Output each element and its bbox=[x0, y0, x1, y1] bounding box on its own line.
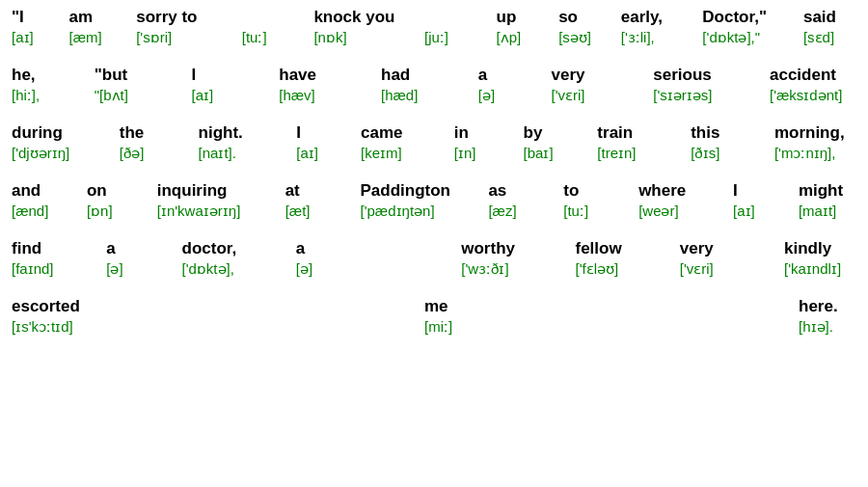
word-text: knock you bbox=[313, 8, 424, 27]
word-text: here. bbox=[799, 297, 856, 316]
word-phonetic: [hiː], bbox=[12, 87, 95, 104]
word-phonetic: ['vɛri] bbox=[552, 87, 654, 104]
word-phonetic: [ə] bbox=[478, 87, 552, 104]
word-phonetic: [keɪm] bbox=[361, 145, 454, 162]
word-phonetic: [æz] bbox=[488, 203, 563, 220]
word-phonetic: ['fɛləʊ] bbox=[576, 260, 680, 278]
word-phonetic: [æm] bbox=[69, 29, 137, 46]
word-text: accident bbox=[770, 66, 856, 85]
word-phonetic bbox=[371, 260, 461, 278]
word-phonetic: ['ɜːli], bbox=[621, 29, 703, 46]
word-phonetic: ['djʊərɪŋ] bbox=[12, 145, 120, 162]
text-block-5: findadoctor,aworthyfellowverykindly[faɪn… bbox=[12, 239, 856, 278]
word-text: I bbox=[296, 123, 361, 143]
word-phonetic: [nɒk] bbox=[313, 29, 424, 46]
word-phonetic: [ɪn'kwaɪərɪŋ] bbox=[157, 203, 285, 220]
word-phonetic: [ə] bbox=[296, 260, 371, 278]
word-text: me bbox=[424, 297, 799, 316]
word-text: "but bbox=[95, 66, 192, 85]
word-text: I bbox=[733, 181, 799, 201]
word-text bbox=[371, 239, 461, 258]
word-phonetic: [tuː] bbox=[242, 29, 314, 46]
word-phonetic: [ðɪs] bbox=[691, 145, 774, 162]
word-text: very bbox=[680, 239, 784, 258]
word-text: where bbox=[638, 181, 733, 201]
word-text bbox=[242, 8, 314, 27]
word-text: escorted bbox=[12, 297, 424, 316]
word-phonetic: [aɪ] bbox=[733, 203, 799, 220]
word-phonetic: [juː] bbox=[424, 29, 497, 46]
word-phonetic: [ðə] bbox=[120, 145, 199, 162]
word-text: have bbox=[279, 66, 381, 85]
text-block-4: andoninquiringatPaddingtonastowhereImigh… bbox=[12, 181, 856, 220]
word-text: said bbox=[803, 8, 856, 27]
word-phonetic: [ɪn] bbox=[454, 145, 524, 162]
word-phonetic: [miː] bbox=[424, 318, 799, 336]
word-phonetic: ['vɛri] bbox=[680, 260, 784, 278]
word-text: Doctor," bbox=[702, 8, 803, 27]
word-text: as bbox=[488, 181, 563, 201]
word-phonetic: ['mɔːnɪŋ], bbox=[774, 145, 856, 162]
word-phonetic: [ænd] bbox=[12, 203, 87, 220]
word-text: during bbox=[12, 123, 120, 143]
word-text: came bbox=[361, 123, 454, 143]
text-block-1: "Iamsorry toknock youupsoearly,Doctor,"s… bbox=[12, 8, 856, 46]
word-phonetic: [aɪ] bbox=[296, 145, 361, 162]
word-text: by bbox=[524, 123, 598, 143]
word-phonetic: [baɪ] bbox=[524, 145, 598, 162]
word-phonetic: [səʊ] bbox=[558, 29, 621, 46]
word-text: fellow bbox=[576, 239, 680, 258]
word-phonetic: [æt] bbox=[285, 203, 361, 220]
word-phonetic: [ɒn] bbox=[87, 203, 157, 220]
word-phonetic: ['sɒri] bbox=[136, 29, 242, 46]
word-text: this bbox=[691, 123, 774, 143]
word-phonetic: [naɪt]. bbox=[199, 145, 297, 162]
word-phonetic: ['kaɪndlɪ] bbox=[784, 260, 856, 278]
word-phonetic: ['dɒktə]," bbox=[702, 29, 803, 46]
word-text: a bbox=[106, 239, 181, 258]
word-text: early, bbox=[621, 8, 703, 27]
word-text: so bbox=[558, 8, 621, 27]
word-phonetic: [ʌp] bbox=[497, 29, 559, 46]
word-text: very bbox=[552, 66, 654, 85]
word-phonetic: [aɪ] bbox=[12, 29, 69, 46]
word-text: on bbox=[87, 181, 157, 201]
word-text: had bbox=[381, 66, 478, 85]
word-text: might bbox=[799, 181, 856, 201]
word-text: I bbox=[192, 66, 280, 85]
word-phonetic: "[bʌt] bbox=[95, 87, 192, 104]
word-phonetic: [hɪə]. bbox=[799, 318, 856, 336]
word-phonetic: [aɪ] bbox=[192, 87, 280, 104]
word-phonetic: [ɪs'kɔːtɪd] bbox=[12, 318, 424, 336]
word-text: the bbox=[120, 123, 199, 143]
text-block-2: he,"butIhavehadaveryseriousaccident[hiː]… bbox=[12, 66, 856, 104]
word-phonetic: [weər] bbox=[638, 203, 733, 220]
word-text: morning, bbox=[774, 123, 856, 143]
word-phonetic: ['wɜːðɪ] bbox=[461, 260, 575, 278]
word-phonetic: [hæd] bbox=[381, 87, 478, 104]
word-text: night. bbox=[199, 123, 297, 143]
word-phonetic: [sɛd] bbox=[803, 29, 856, 46]
word-text: and bbox=[12, 181, 87, 201]
word-text: in bbox=[454, 123, 524, 143]
word-text bbox=[424, 8, 497, 27]
word-phonetic: [maɪt] bbox=[799, 203, 856, 220]
word-phonetic: [hæv] bbox=[279, 87, 381, 104]
word-text: to bbox=[563, 181, 638, 201]
word-text: find bbox=[12, 239, 106, 258]
word-phonetic: ['æksɪdənt] bbox=[770, 87, 856, 104]
word-text: inquiring bbox=[157, 181, 285, 201]
main-content: "Iamsorry toknock youupsoearly,Doctor,"s… bbox=[12, 8, 856, 336]
word-phonetic: [treɪn] bbox=[597, 145, 691, 162]
word-phonetic: ['dɒktə], bbox=[182, 260, 296, 278]
text-block-3: duringthenight.Icameinbytrainthismorning… bbox=[12, 123, 856, 162]
text-block-6: escortedmehere.[ɪs'kɔːtɪd][miː][hɪə]. bbox=[12, 297, 856, 336]
word-text: he, bbox=[12, 66, 95, 85]
word-text: Paddington bbox=[361, 181, 489, 201]
word-text: train bbox=[597, 123, 691, 143]
word-text: a bbox=[296, 239, 371, 258]
word-text: kindly bbox=[784, 239, 856, 258]
word-text: doctor, bbox=[182, 239, 296, 258]
word-phonetic: ['sɪərɪəs] bbox=[653, 87, 770, 104]
word-text: up bbox=[497, 8, 559, 27]
